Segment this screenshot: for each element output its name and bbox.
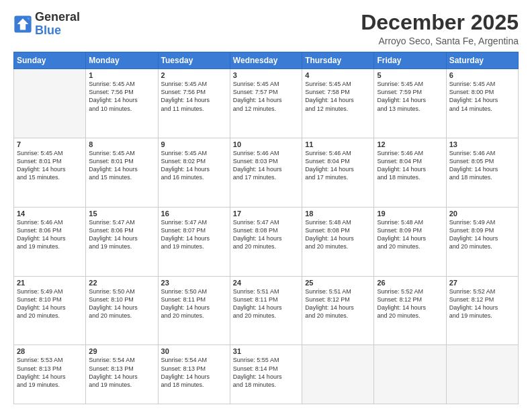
day-info-8: Sunrise: 5:45 AMSunset: 8:01 PMDaylight:… [89,149,154,182]
day-cell-9: 9Sunrise: 5:45 AMSunset: 8:02 PMDaylight… [158,138,230,207]
day-number-28: 28 [17,347,83,355]
day-number-20: 20 [449,210,515,218]
day-number-13: 13 [449,140,515,148]
day-number-18: 18 [305,210,371,218]
day-cell-8: 8Sunrise: 5:45 AMSunset: 8:01 PMDaylight… [86,138,158,207]
day-number-26: 26 [377,279,443,287]
day-cell-25: 25Sunrise: 5:51 AMSunset: 8:12 PMDayligh… [302,276,374,345]
logo-general: General [35,11,80,24]
day-cell-31: 31Sunrise: 5:55 AMSunset: 8:14 PMDayligh… [230,345,302,404]
day-number-9: 9 [161,140,227,148]
weekday-header-thursday: Thursday [302,52,374,69]
day-number-29: 29 [89,347,154,355]
day-number-23: 23 [161,279,227,287]
day-cell-22: 22Sunrise: 5:50 AMSunset: 8:10 PMDayligh… [86,276,158,345]
day-number-16: 16 [161,210,227,218]
day-number-2: 2 [161,71,227,79]
day-cell-28: 28Sunrise: 5:53 AMSunset: 8:13 PMDayligh… [14,345,86,404]
week-row-4: 21Sunrise: 5:49 AMSunset: 8:10 PMDayligh… [14,276,519,345]
day-info-28: Sunrise: 5:53 AMSunset: 8:13 PMDaylight:… [17,356,83,389]
day-info-12: Sunrise: 5:46 AMSunset: 8:04 PMDaylight:… [377,149,443,182]
day-info-17: Sunrise: 5:47 AMSunset: 8:08 PMDaylight:… [233,218,299,251]
day-cell-6: 6Sunrise: 5:45 AMSunset: 8:00 PMDaylight… [446,69,518,138]
day-info-5: Sunrise: 5:45 AMSunset: 7:59 PMDaylight:… [377,80,443,113]
day-cell-10: 10Sunrise: 5:46 AMSunset: 8:03 PMDayligh… [230,138,302,207]
day-cell-21: 21Sunrise: 5:49 AMSunset: 8:10 PMDayligh… [14,276,86,345]
day-info-2: Sunrise: 5:45 AMSunset: 7:56 PMDaylight:… [161,80,227,113]
location-subtitle: Arroyo Seco, Santa Fe, Argentina [361,36,519,46]
empty-cell [374,345,446,404]
day-info-24: Sunrise: 5:51 AMSunset: 8:11 PMDaylight:… [233,287,299,320]
day-info-18: Sunrise: 5:48 AMSunset: 8:08 PMDaylight:… [305,218,371,251]
day-info-10: Sunrise: 5:46 AMSunset: 8:03 PMDaylight:… [233,149,299,182]
day-info-7: Sunrise: 5:45 AMSunset: 8:01 PMDaylight:… [17,149,83,182]
logo-blue: Blue [35,24,61,37]
day-info-26: Sunrise: 5:52 AMSunset: 8:12 PMDaylight:… [377,287,443,320]
day-info-27: Sunrise: 5:52 AMSunset: 8:12 PMDaylight:… [449,287,515,320]
day-number-11: 11 [305,140,371,148]
day-number-8: 8 [89,140,154,148]
weekday-header-saturday: Saturday [446,52,518,69]
day-info-16: Sunrise: 5:47 AMSunset: 8:07 PMDaylight:… [161,218,227,251]
day-cell-18: 18Sunrise: 5:48 AMSunset: 8:08 PMDayligh… [302,207,374,276]
logo: General Blue [13,11,80,38]
day-number-14: 14 [17,210,83,218]
day-number-4: 4 [305,71,371,79]
day-info-1: Sunrise: 5:45 AMSunset: 7:56 PMDaylight:… [89,80,154,113]
day-cell-7: 7Sunrise: 5:45 AMSunset: 8:01 PMDaylight… [14,138,86,207]
day-cell-2: 2Sunrise: 5:45 AMSunset: 7:56 PMDaylight… [158,69,230,138]
day-number-3: 3 [233,71,299,79]
weekday-header-sunday: Sunday [14,52,86,69]
day-number-10: 10 [233,140,299,148]
month-title: December 2025 [361,11,519,34]
day-cell-5: 5Sunrise: 5:45 AMSunset: 7:59 PMDaylight… [374,69,446,138]
day-info-19: Sunrise: 5:48 AMSunset: 8:09 PMDaylight:… [377,218,443,251]
weekday-header-row: SundayMondayTuesdayWednesdayThursdayFrid… [14,52,519,69]
day-cell-14: 14Sunrise: 5:46 AMSunset: 8:06 PMDayligh… [14,207,86,276]
day-info-13: Sunrise: 5:46 AMSunset: 8:05 PMDaylight:… [449,149,515,182]
logo-icon [13,15,32,34]
day-info-23: Sunrise: 5:50 AMSunset: 8:11 PMDaylight:… [161,287,227,320]
week-row-2: 7Sunrise: 5:45 AMSunset: 8:01 PMDaylight… [14,138,519,207]
title-block: December 2025 Arroyo Seco, Santa Fe, Arg… [361,11,519,46]
day-number-5: 5 [377,71,443,79]
week-row-3: 14Sunrise: 5:46 AMSunset: 8:06 PMDayligh… [14,207,519,276]
day-cell-26: 26Sunrise: 5:52 AMSunset: 8:12 PMDayligh… [374,276,446,345]
day-info-14: Sunrise: 5:46 AMSunset: 8:06 PMDaylight:… [17,218,83,251]
day-number-19: 19 [377,210,443,218]
day-cell-29: 29Sunrise: 5:54 AMSunset: 8:13 PMDayligh… [86,345,158,404]
day-cell-3: 3Sunrise: 5:45 AMSunset: 7:57 PMDaylight… [230,69,302,138]
day-number-22: 22 [89,279,154,287]
day-cell-27: 27Sunrise: 5:52 AMSunset: 8:12 PMDayligh… [446,276,518,345]
day-number-17: 17 [233,210,299,218]
day-number-25: 25 [305,279,371,287]
week-row-5: 28Sunrise: 5:53 AMSunset: 8:13 PMDayligh… [14,345,519,404]
day-info-29: Sunrise: 5:54 AMSunset: 8:13 PMDaylight:… [89,356,154,389]
day-info-21: Sunrise: 5:49 AMSunset: 8:10 PMDaylight:… [17,287,83,320]
week-row-1: 1Sunrise: 5:45 AMSunset: 7:56 PMDaylight… [14,69,519,138]
day-number-12: 12 [377,140,443,148]
day-info-6: Sunrise: 5:45 AMSunset: 8:00 PMDaylight:… [449,80,515,113]
empty-cell [302,345,374,404]
day-cell-19: 19Sunrise: 5:48 AMSunset: 8:09 PMDayligh… [374,207,446,276]
day-number-1: 1 [89,71,154,79]
empty-cell [14,69,86,138]
day-number-6: 6 [449,71,515,79]
day-cell-13: 13Sunrise: 5:46 AMSunset: 8:05 PMDayligh… [446,138,518,207]
day-info-22: Sunrise: 5:50 AMSunset: 8:10 PMDaylight:… [89,287,154,320]
day-info-30: Sunrise: 5:54 AMSunset: 8:13 PMDaylight:… [161,356,227,389]
page: General Blue December 2025 Arroyo Seco, … [0,0,532,411]
day-cell-12: 12Sunrise: 5:46 AMSunset: 8:04 PMDayligh… [374,138,446,207]
day-info-9: Sunrise: 5:45 AMSunset: 8:02 PMDaylight:… [161,149,227,182]
weekday-header-wednesday: Wednesday [230,52,302,69]
day-number-31: 31 [233,347,299,355]
logo-text: General Blue [35,11,80,38]
day-cell-11: 11Sunrise: 5:46 AMSunset: 8:04 PMDayligh… [302,138,374,207]
day-number-24: 24 [233,279,299,287]
day-info-25: Sunrise: 5:51 AMSunset: 8:12 PMDaylight:… [305,287,371,320]
day-cell-20: 20Sunrise: 5:49 AMSunset: 8:09 PMDayligh… [446,207,518,276]
empty-cell [446,345,518,404]
day-info-31: Sunrise: 5:55 AMSunset: 8:14 PMDaylight:… [233,356,299,389]
day-info-15: Sunrise: 5:47 AMSunset: 8:06 PMDaylight:… [89,218,154,251]
header: General Blue December 2025 Arroyo Seco, … [13,11,519,46]
